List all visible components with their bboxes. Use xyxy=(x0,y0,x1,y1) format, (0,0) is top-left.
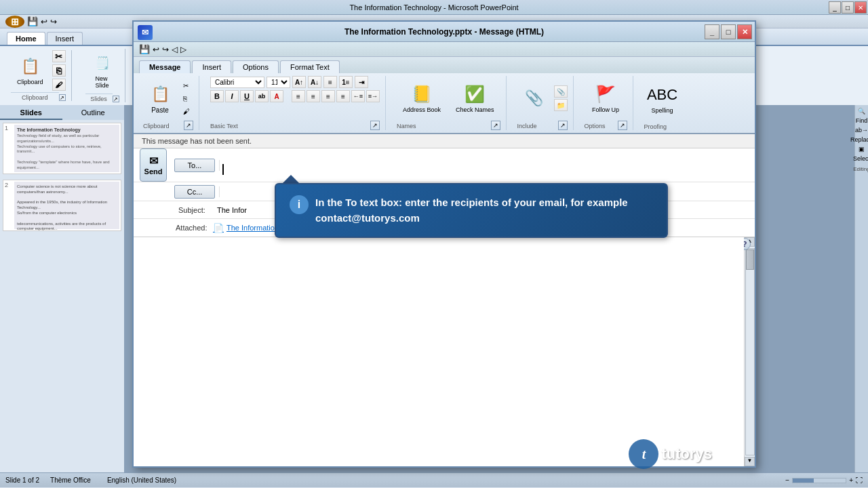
ppt-save-icon[interactable]: 💾 xyxy=(27,16,38,26)
email-prev-icon[interactable]: ◁ xyxy=(172,45,178,54)
email-titlebar-buttons: _ □ ✕ xyxy=(705,24,752,39)
scrollbar-thumb[interactable] xyxy=(746,249,754,270)
ppt-office-btn[interactable]: ⊞ xyxy=(5,16,24,28)
ppt-right-replace[interactable]: ab→ xyxy=(855,127,868,134)
align-center-btn[interactable]: ≡ xyxy=(307,90,320,102)
options-expand-btn[interactable]: ↗ xyxy=(618,121,627,130)
attach-btn-2[interactable]: 📁 xyxy=(554,99,568,111)
include-small-btns: 📎 📁 xyxy=(554,85,568,111)
spelling-btn[interactable]: ABC Spelling xyxy=(646,81,679,117)
address-book-label: Address Book xyxy=(403,106,441,113)
email-ribbon: 📋 Paste ✂ ⎘ 🖌 Clipboard ↗ Calibri xyxy=(134,73,755,134)
clipboard-label: Clipboard xyxy=(143,123,170,129)
ppt-cut-btn[interactable]: ✂ xyxy=(52,50,66,62)
attach-icon: 📎 xyxy=(524,87,545,109)
ppt-sidebar-slides-tab[interactable]: Slides xyxy=(0,105,62,120)
email-redo-icon[interactable]: ↪ xyxy=(162,45,169,54)
bold-btn[interactable]: B xyxy=(210,90,224,102)
ppt-fullscreen[interactable]: ⛶ xyxy=(856,476,863,484)
email-minimize-btn[interactable]: _ xyxy=(705,24,719,39)
slide-thumb-2[interactable]: 2 Computer science is not science more a… xyxy=(3,180,121,231)
ppt-close-btn[interactable]: ✕ xyxy=(854,1,867,14)
ppt-zoom-in[interactable]: + xyxy=(849,476,853,484)
follow-up-btn[interactable]: 🚩 Follow Up xyxy=(586,80,625,117)
slide-thumb-1[interactable]: 1 The Information Technology Technology … xyxy=(3,123,121,174)
ppt-titlebar-buttons: _ □ ✕ xyxy=(829,1,867,14)
attach-file-btn[interactable]: 📎 xyxy=(517,84,551,113)
email-next-icon[interactable]: ▷ xyxy=(180,45,186,54)
ppt-paintbrush-btn[interactable]: 🖌 xyxy=(52,79,66,91)
to-input[interactable] xyxy=(220,160,755,171)
tooltip-arrow xyxy=(283,175,299,183)
indent-left-btn[interactable]: ←≡ xyxy=(351,90,365,102)
ppt-sidebar-outline-tab[interactable]: Outline xyxy=(62,105,125,120)
proofing-buttons: ABC Spelling xyxy=(646,76,679,122)
attach-btn-1[interactable]: 📎 xyxy=(554,85,568,98)
ppt-tab-home[interactable]: Home xyxy=(7,32,45,45)
email-tab-options[interactable]: Options xyxy=(233,60,279,73)
ppt-copy-btn[interactable]: ⎘ xyxy=(52,64,66,77)
ppt-zoom-out[interactable]: − xyxy=(785,476,789,484)
ppt-right-select[interactable]: ▣ xyxy=(859,146,865,152)
email-tab-message[interactable]: Message xyxy=(139,60,191,73)
bullets-btn[interactable]: ≡ xyxy=(323,76,337,88)
cc-btn[interactable]: Cc... xyxy=(174,185,215,199)
strikethrough-btn[interactable]: ab xyxy=(255,90,269,102)
email-close-btn[interactable]: ✕ xyxy=(737,24,752,39)
paste-btn[interactable]: 📋 Paste xyxy=(143,80,177,117)
cut-btn[interactable]: ✂ xyxy=(180,80,193,92)
align-right-btn[interactable]: ≡ xyxy=(321,90,335,102)
font-size-select[interactable]: 11 xyxy=(267,77,290,88)
ppt-new-slide-btn[interactable]: 🗒️ NewSlide xyxy=(85,49,119,92)
ppt-zoom-slider[interactable] xyxy=(792,478,846,483)
ppt-paste-btn[interactable]: 📋 Clipboard xyxy=(11,52,50,89)
clipboard-expand-btn[interactable]: ↗ xyxy=(184,121,193,130)
attached-label: Attached: xyxy=(176,224,213,232)
to-btn[interactable]: To... xyxy=(174,159,215,172)
names-expand-btn[interactable]: ↗ xyxy=(491,121,500,130)
include-expand-btn[interactable]: ↗ xyxy=(558,121,568,130)
font-family-select[interactable]: Calibri xyxy=(210,77,264,88)
underline-btn[interactable]: U xyxy=(240,90,254,102)
ppt-language: English (United States) xyxy=(107,476,176,484)
email-undo-icon[interactable]: ↩ xyxy=(153,45,159,54)
ppt-maximize-btn[interactable]: □ xyxy=(842,1,854,14)
font-grow-btn[interactable]: A↑ xyxy=(292,76,306,88)
send-btn[interactable]: ✉ Send xyxy=(136,148,170,182)
ppt-titlebar: The Information Technology - Microsoft P… xyxy=(0,0,868,15)
paintbrush-btn[interactable]: 🖌 xyxy=(180,106,193,117)
ppt-editing-label: Editing xyxy=(853,166,868,172)
ppt-right-label3: Select xyxy=(853,155,868,162)
font-color-btn[interactable]: A xyxy=(270,90,283,102)
slide-2-num: 2 xyxy=(5,182,14,188)
indent-btn[interactable]: ⇥ xyxy=(355,76,368,88)
address-book-btn[interactable]: 📒 Address Book xyxy=(397,80,447,117)
clipboard-group: 📋 Paste ✂ ⎘ 🖌 Clipboard ↗ xyxy=(138,76,199,130)
names-group: 📒 Address Book ✅ Check Names Names ↗ xyxy=(391,76,507,130)
email-body[interactable] xyxy=(134,237,744,466)
italic-btn[interactable]: I xyxy=(225,90,239,102)
slide-2-preview: Computer science is not science more abo… xyxy=(14,182,119,229)
email-tab-format-text[interactable]: Format Text xyxy=(280,60,340,73)
ppt-slides-expand[interactable]: ↗ xyxy=(113,96,119,102)
align-justify-btn[interactable]: ≡ xyxy=(336,90,350,102)
numbering-btn[interactable]: 1≡ xyxy=(339,76,353,88)
ppt-tab-insert[interactable]: Insert xyxy=(47,32,83,45)
copy-btn[interactable]: ⎘ xyxy=(180,93,193,104)
ppt-minimize-btn[interactable]: _ xyxy=(829,1,841,14)
align-left-btn[interactable]: ≡ xyxy=(292,90,305,102)
ppt-slides-label: Slides xyxy=(85,94,113,102)
ppt-right-find[interactable]: 🔍 xyxy=(858,108,865,115)
scroll-down-btn[interactable]: ▼ xyxy=(745,457,755,466)
email-save-icon[interactable]: 💾 xyxy=(139,44,150,54)
email-tab-insert[interactable]: Insert xyxy=(192,60,231,73)
ppt-clipboard-expand[interactable]: ↗ xyxy=(59,94,66,101)
ppt-undo-icon[interactable]: ↩ xyxy=(41,17,47,26)
check-names-btn[interactable]: ✅ Check Names xyxy=(450,80,500,117)
ppt-redo-icon[interactable]: ↪ xyxy=(50,17,57,26)
basic-text-expand-btn[interactable]: ↗ xyxy=(370,121,380,130)
font-shrink-btn[interactable]: A↓ xyxy=(308,76,321,88)
indent-right-btn[interactable]: ≡→ xyxy=(366,90,380,102)
email-restore-btn[interactable]: □ xyxy=(721,24,736,39)
follow-up-label: Follow Up xyxy=(592,106,619,113)
